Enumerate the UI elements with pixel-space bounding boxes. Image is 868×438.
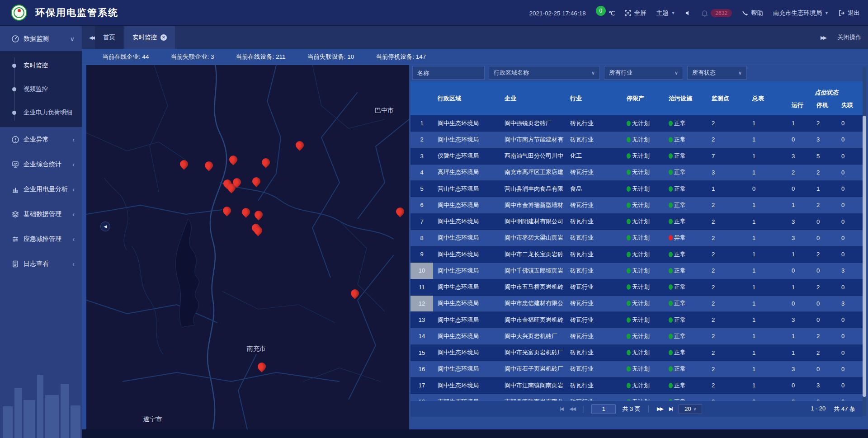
table-row[interactable]: 15阆中生态环境局阆中市光富页岩机砖厂砖瓦行业无计划正常21120 [410, 345, 863, 361]
app-title: 环保用电监管系统 [35, 6, 118, 19]
sound-toggle[interactable] [685, 10, 691, 16]
cell-stopped: 5 [815, 148, 840, 164]
sidebar-subitem[interactable]: 企业电力负荷明细 [0, 101, 82, 124]
org-dropdown[interactable]: 南充市生态环境局▼ [773, 9, 829, 17]
cell-running: 1 [790, 246, 815, 262]
stat-value: 3 [211, 53, 214, 60]
cell-total-meters: 1 [750, 165, 790, 180]
sidebar-subitem[interactable]: 视频监控 [0, 77, 82, 101]
footer-strip [82, 429, 868, 438]
table-row[interactable]: 1阆中生态环境局阆中强锐页岩砖厂砖瓦行业无计划正常21120 [410, 115, 863, 132]
table-row[interactable]: 3仪陇生态环境局西南油气田分公司川中化工无计划正常71350 [410, 148, 863, 165]
tabs-scroll-left-icon[interactable]: ◀◀ [89, 35, 94, 41]
column-subheader: 失联 [840, 98, 863, 115]
sidebar-item-5[interactable]: 应急减排管理‹ [0, 226, 82, 251]
name-search-input[interactable] [412, 66, 485, 80]
map-water-body [176, 219, 199, 327]
table-row[interactable]: 14阆中生态环境局阆中大兴页岩机砖厂砖瓦行业无计划正常21120 [410, 328, 863, 344]
emergency-icon [11, 235, 19, 243]
table-row[interactable]: 4高坪生态环境局南充市高坪区王家店建砖瓦行业无计划正常31220 [410, 165, 863, 181]
fullscreen-button[interactable]: 全屏 [625, 9, 646, 17]
map-panel[interactable]: 巴中市南充市遂宁市 [86, 65, 409, 429]
cell-total-meters: 1 [750, 197, 790, 213]
status-dot-icon [627, 219, 631, 224]
status-dot-icon [627, 383, 631, 388]
map-collapse-toggle[interactable]: ◀ [100, 221, 110, 231]
sidebar-item-6[interactable]: 日志查看‹ [0, 251, 82, 276]
next-page-button[interactable]: ▶▶ [657, 406, 663, 412]
cell-monitor-points: 2 [709, 279, 750, 295]
help-button[interactable]: 帮助 [742, 9, 763, 17]
sidebar-item-1[interactable]: 企业异常‹ [0, 127, 82, 152]
status-dot-icon [627, 284, 631, 290]
scrollbar-thumb[interactable] [863, 116, 866, 397]
sidebar-item-4[interactable]: 基础数据管理‹ [0, 202, 82, 226]
sidebar-subitem[interactable]: 实时监控 [0, 54, 82, 77]
close-operations-button[interactable]: 关闭操作 [837, 33, 862, 42]
table-row[interactable]: 17阆中生态环境局阆中市江南镇阆南页岩砖瓦行业无计划正常21030 [410, 377, 863, 394]
table-row[interactable]: 7阆中生态环境局阆中明阳建材有限公司砖瓦行业无计划正常21300 [410, 214, 863, 230]
table-row[interactable]: 16阆中生态环境局阆中市石子页岩机砖厂砖瓦行业无计划正常21300 [410, 361, 863, 377]
table-row[interactable]: 12阆中生态环境局阆中市忠信建材有限公砖瓦行业无计划正常21003 [410, 296, 863, 312]
first-page-button[interactable]: |◀ [560, 406, 563, 412]
cell-monitor-points: 6 [709, 394, 750, 400]
chevron-left-icon: ‹ [72, 186, 75, 193]
row-index: 14 [410, 328, 433, 344]
sidebar-menu: 数据监测∨实时监控视频监控企业电力负荷明细企业异常‹企业综合统计‹企业用电量分析… [0, 26, 82, 276]
chevron-down-icon: ∨ [693, 407, 697, 411]
status-dot-icon [627, 121, 631, 126]
logout-button[interactable]: 退出 [839, 9, 860, 17]
cell-facility-status: 正常 [666, 377, 709, 393]
table-row[interactable]: 2阆中生态环境局阆中市南方节能建材有砖瓦行业无计划正常21030 [410, 132, 863, 148]
cell-stopped: 0 [815, 263, 840, 278]
app-root: 环保用电监管系统 2021-02-25 17:46:18 0 ℃ 全屏 主题▼ [0, 0, 868, 438]
chevron-down-icon: ∨ [738, 70, 742, 76]
sidebar-item-3[interactable]: 企业用电量分析‹ [0, 177, 82, 202]
status-select[interactable]: 所有状态 ∨ [687, 66, 747, 80]
status-dot-icon [669, 186, 673, 192]
column-header: 行政区域 [433, 81, 496, 115]
tab-close-icon[interactable]: ✕ [160, 34, 167, 41]
cell-lost: 0 [840, 115, 863, 131]
table-row[interactable]: 9阆中生态环境局阆中市二龙长宝页岩砖砖瓦行业无计划正常21120 [410, 246, 863, 263]
region-select[interactable]: 行政区域名称 ∨ [489, 66, 600, 80]
tabs-scroll-right-icon[interactable]: ▶▶ [821, 35, 826, 41]
table-row[interactable]: 18南部生态环境局南部县双胜页岩有限公砖瓦行业无计划正常62060 [410, 394, 863, 400]
table-row[interactable]: 6阆中生态环境局阆中市金博瑞新型墙材砖瓦行业无计划正常21120 [410, 197, 863, 213]
table-row[interactable]: 5营山生态环境局营山县润丰肉食品有限食品无计划正常10010 [410, 181, 863, 197]
notifications[interactable]: 2632 [701, 9, 732, 17]
table-row[interactable]: 11阆中生态环境局阆中市五马桥页岩机砖砖瓦行业无计划正常21120 [410, 279, 863, 296]
table-row[interactable]: 13阆中生态环境局阆中市金福旺页岩机砖砖瓦行业无计划正常21300 [410, 312, 863, 328]
page-number-input[interactable] [591, 404, 616, 414]
stat-label: 当前失联企业 [171, 53, 208, 60]
last-page-button[interactable]: ▶| [669, 406, 672, 412]
sidebar-item-label: 数据监测 [24, 35, 49, 43]
sidebar-item-label: 日志查看 [24, 260, 49, 268]
column-header: 总表 [750, 81, 790, 115]
cell-lost: 0 [840, 181, 863, 197]
page-size-select[interactable]: 20 ∨ [679, 404, 702, 414]
table-row[interactable]: 10阆中生态环境局阆中千佛镇五郎垭页岩砖瓦行业无计划正常21003 [410, 263, 863, 279]
logout-icon [839, 10, 845, 16]
row-index: 2 [410, 132, 433, 147]
cell-total-meters: 1 [750, 279, 790, 295]
status-dot-icon [627, 186, 631, 192]
row-index: 12 [410, 296, 433, 311]
cell-running: 1 [790, 115, 815, 131]
sidebar-item-2[interactable]: 企业综合统计‹ [0, 152, 82, 177]
cell-stopped: 0 [815, 230, 840, 246]
cell-region: 阆中生态环境局 [433, 279, 496, 295]
table-row[interactable]: 8阆中生态环境局阆中市枣碧大梁山页岩砖瓦行业无计划异常21300 [410, 230, 863, 246]
cell-total-meters: 1 [750, 246, 790, 262]
cell-running: 0 [790, 263, 815, 278]
status-dot-icon [669, 252, 673, 257]
sidebar-item-0[interactable]: 数据监测∨ [0, 26, 82, 51]
industry-select[interactable]: 所有行业 ∨ [604, 66, 683, 80]
prev-page-button[interactable]: ◀◀ [569, 406, 575, 412]
filter-bar: 行政区域名称 ∨ 所有行业 ∨ 所有状态 ∨ [412, 66, 747, 80]
tab-realtime-monitor[interactable]: 实时监控 ✕ [124, 26, 175, 49]
theme-dropdown[interactable]: 主题▼ [656, 9, 675, 17]
cell-total-meters: 1 [750, 361, 790, 377]
tab-home[interactable]: 首页 [95, 26, 123, 49]
cell-company: 阆中市五马桥页岩机砖 [496, 279, 566, 295]
